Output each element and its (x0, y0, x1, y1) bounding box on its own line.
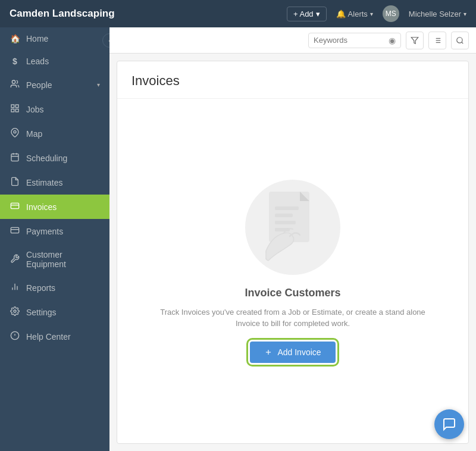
svg-rect-34 (275, 221, 296, 224)
search-box: ◉ (308, 33, 401, 48)
svg-point-5 (14, 131, 16, 133)
sidebar-item-home[interactable]: 🏠 Home (0, 27, 109, 50)
invoice-svg-illustration (257, 189, 328, 266)
svg-rect-4 (15, 109, 18, 112)
sidebar: ‹ 🏠 Home $ Leads People ▾ Jobs Map (0, 27, 109, 451)
content-toolbar: ◉ (109, 27, 476, 54)
list-view-button[interactable] (428, 32, 446, 49)
leads-icon: $ (10, 57, 20, 66)
invoices-icon (10, 201, 20, 212)
top-nav-left: Camden Landscaping (10, 8, 115, 20)
svg-rect-1 (11, 105, 14, 108)
add-button[interactable]: + Add ▾ (287, 7, 327, 21)
svg-rect-32 (275, 206, 299, 210)
page-content: Invoices (117, 61, 469, 444)
radio-icon: ◉ (389, 36, 396, 45)
add-invoice-label: Add Invoice (277, 347, 321, 357)
app-title: Camden Landscaping (10, 8, 115, 20)
sidebar-item-settings[interactable]: Settings (0, 300, 109, 324)
add-invoice-button[interactable]: Add Invoice (250, 342, 335, 363)
bell-icon: 🔔 (336, 10, 346, 18)
reports-icon (10, 282, 20, 293)
search-input[interactable] (314, 36, 385, 45)
sidebar-item-label: Home (26, 34, 100, 43)
sidebar-item-label: Invoices (26, 202, 100, 212)
sidebar-item-label: Help Center (26, 332, 100, 342)
sidebar-item-jobs[interactable]: Jobs (0, 97, 109, 121)
sidebar-item-label: Jobs (26, 105, 100, 114)
svg-rect-3 (11, 109, 14, 112)
sidebar-item-label: Settings (26, 308, 100, 317)
sidebar-item-estimates[interactable]: Estimates (0, 170, 109, 195)
chat-icon (442, 417, 456, 431)
sidebar-item-help-center[interactable]: Help Center (0, 324, 109, 349)
user-caret-icon: ▾ (464, 11, 466, 17)
home-icon: 🏠 (10, 34, 20, 43)
add-invoice-icon (264, 348, 273, 356)
content-area: ◉ Invoices (109, 27, 476, 451)
map-icon (10, 128, 20, 139)
page-title: Invoices (117, 61, 468, 99)
settings-icon (10, 306, 20, 318)
sidebar-item-invoices[interactable]: Invoices (0, 195, 109, 219)
alerts-label: Alerts (348, 10, 368, 18)
help-center-icon (10, 331, 20, 342)
user-name-label: Michelle Selzer (409, 10, 461, 18)
add-button-label: + Add (293, 10, 314, 18)
sidebar-item-label: Map (26, 129, 100, 139)
filter-icon-button[interactable] (406, 32, 424, 49)
alerts-caret-icon: ▾ (370, 11, 373, 17)
sidebar-item-leads[interactable]: $ Leads (0, 50, 109, 73)
user-menu-button[interactable]: Michelle Selzer ▾ (409, 10, 466, 18)
sidebar-item-payments[interactable]: Payments (0, 219, 109, 243)
alerts-button[interactable]: 🔔 Alerts ▾ (336, 10, 373, 18)
people-caret-icon: ▾ (97, 82, 100, 88)
svg-rect-10 (11, 203, 18, 208)
svg-rect-2 (15, 105, 18, 108)
avatar: MS (383, 5, 399, 22)
payments-icon (10, 226, 20, 237)
svg-rect-12 (11, 227, 18, 233)
sidebar-item-people[interactable]: People ▾ (0, 73, 109, 97)
svg-point-17 (14, 310, 16, 312)
sidebar-item-map[interactable]: Map (0, 121, 109, 146)
top-nav: Camden Landscaping + Add ▾ 🔔 Alerts ▾ MS… (0, 0, 476, 27)
jobs-icon (10, 104, 20, 115)
sidebar-item-label: Leads (26, 57, 100, 66)
svg-point-0 (12, 80, 15, 83)
svg-marker-21 (411, 37, 418, 43)
empty-state: Invoice Customers Track Invoices you've … (117, 99, 468, 443)
estimates-icon (10, 177, 20, 188)
svg-rect-33 (275, 214, 293, 217)
top-nav-right: + Add ▾ 🔔 Alerts ▾ MS Michelle Selzer ▾ (287, 5, 466, 22)
chat-bubble-button[interactable] (434, 409, 464, 439)
main-layout: ‹ 🏠 Home $ Leads People ▾ Jobs Map (0, 27, 476, 451)
search-icon-button[interactable] (451, 32, 469, 49)
svg-line-29 (462, 42, 464, 43)
avatar-initials: MS (386, 10, 396, 18)
add-caret-icon: ▾ (316, 10, 320, 18)
empty-state-illustration (245, 180, 340, 275)
sidebar-item-label: People (26, 80, 91, 90)
sidebar-item-label: Estimates (26, 178, 100, 187)
sidebar-item-label: Customer Equipment (26, 250, 100, 269)
svg-point-28 (457, 37, 462, 42)
sidebar-item-scheduling[interactable]: Scheduling (0, 146, 109, 170)
scheduling-icon (10, 152, 20, 164)
svg-rect-6 (11, 154, 18, 161)
sidebar-item-reports[interactable]: Reports (0, 275, 109, 300)
customer-equipment-icon (10, 254, 20, 265)
sidebar-item-label: Reports (26, 283, 100, 293)
sidebar-item-label: Payments (26, 227, 100, 236)
sidebar-item-label: Scheduling (26, 154, 100, 163)
empty-state-title: Invoice Customers (245, 287, 340, 299)
empty-state-description: Track Invoices you've created from a Job… (150, 306, 436, 330)
sidebar-item-customer-equipment[interactable]: Customer Equipment (0, 243, 109, 275)
people-icon (10, 79, 20, 90)
